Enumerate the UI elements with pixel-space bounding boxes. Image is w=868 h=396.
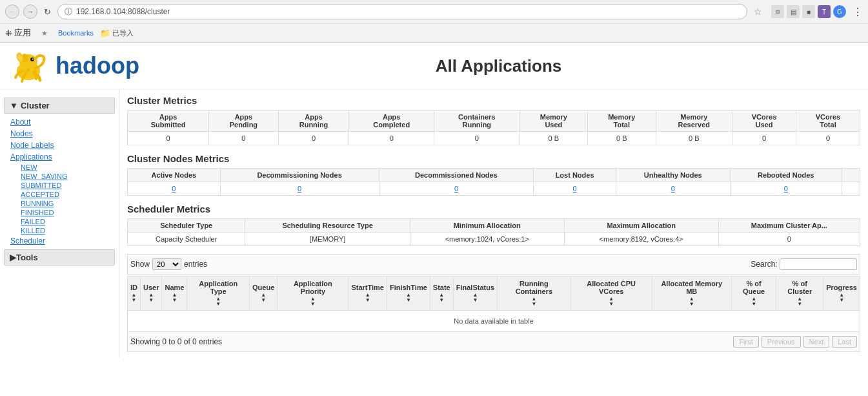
col-memory-used: MemoryUsed	[520, 110, 587, 132]
browser-menu-icon[interactable]: ⋮	[853, 6, 863, 18]
ext-icon-3[interactable]: ■	[802, 5, 815, 18]
col-extra	[842, 169, 860, 182]
col-scheduler-type: Scheduler Type	[128, 219, 245, 233]
col-pct-cluster[interactable]: % of Cluster ▲▼	[776, 276, 823, 311]
sidebar-sublink-failed[interactable]: FAILED	[5, 217, 119, 226]
cluster-label: Cluster	[21, 101, 50, 110]
applications-table: ID ▲▼ User ▲▼ Name ▲▼ Application Type ▲…	[127, 276, 860, 332]
col-application-priority[interactable]: Application Priority ▲▼	[278, 276, 348, 311]
ext-icon-1[interactable]: ⧈	[771, 5, 784, 18]
col-rebooted-nodes: Rebooted Nodes	[730, 169, 842, 182]
cluster-nodes-title: Cluster Nodes Metrics	[127, 153, 860, 164]
val-max-allocation: <memory:8192, vCores:4>	[564, 233, 718, 246]
back-button[interactable]: ←	[5, 5, 19, 19]
sidebar-sublink-killed[interactable]: KILLED	[5, 226, 119, 235]
val-containers-running: 0	[434, 132, 520, 145]
sidebar-sublink-running[interactable]: RUNNING	[5, 199, 119, 208]
bookmarks-label[interactable]: Bookmarks	[58, 29, 94, 37]
ext-icon-5[interactable]: G	[833, 5, 846, 18]
imported-folder[interactable]: 📁 已导入	[100, 28, 134, 38]
sidebar-sublink-new[interactable]: NEW	[5, 163, 119, 172]
col-id[interactable]: ID ▲▼	[128, 276, 141, 311]
bookmark-star-icon[interactable]: ☆	[754, 6, 762, 17]
last-button[interactable]: Last	[832, 336, 857, 348]
sort-allocated-cpu: ▲▼	[574, 297, 649, 307]
val-memory-reserved: 0 B	[656, 132, 732, 145]
entries-label: entries	[184, 260, 207, 269]
main-layout: ▼ Cluster About Nodes Node Labels Applic…	[0, 90, 868, 357]
show-label: Show	[130, 260, 150, 269]
apps-table-header-row: ID ▲▼ User ▲▼ Name ▲▼ Application Type ▲…	[128, 276, 860, 311]
col-memory-reserved: MemoryReserved	[656, 110, 732, 132]
col-queue[interactable]: Queue ▲▼	[250, 276, 278, 311]
no-data-message: No data available in table	[128, 311, 860, 332]
sidebar-sublink-new-saving[interactable]: NEW_SAVING	[5, 172, 119, 181]
next-button[interactable]: Next	[803, 336, 830, 348]
sidebar-item-nodes[interactable]: Nodes	[0, 128, 119, 140]
col-user[interactable]: User ▲▼	[141, 276, 162, 311]
ext-icon-4[interactable]: T	[818, 5, 831, 18]
search-input[interactable]	[780, 258, 857, 270]
col-scheduling-resource-type: Scheduling Resource Type	[245, 219, 410, 233]
cluster-collapse-icon: ▼	[10, 101, 18, 110]
val-apps-submitted: 0	[128, 132, 209, 145]
col-lost-nodes: Lost Nodes	[534, 169, 616, 182]
col-apps-pending: AppsPending	[209, 110, 279, 132]
no-data-row: No data available in table	[128, 311, 860, 332]
bookmark-star-2[interactable]: ★	[37, 26, 52, 40]
val-decommissioned-nodes: 0	[379, 182, 534, 196]
sort-allocated-memory: ▲▼	[655, 297, 729, 307]
table-controls: Show 20 10 50 100 entries Search:	[127, 254, 860, 275]
forward-button[interactable]: →	[23, 5, 37, 19]
col-unhealthy-nodes: Unhealthy Nodes	[616, 169, 730, 182]
previous-button[interactable]: Previous	[762, 336, 801, 348]
val-apps-completed: 0	[349, 132, 434, 145]
col-start-time[interactable]: StartTime ▲▼	[348, 276, 387, 311]
col-decommissioned-nodes: Decommissioned Nodes	[379, 169, 534, 182]
val-scheduling-resource-type: [MEMORY]	[245, 233, 410, 246]
col-allocated-cpu-vcores[interactable]: Allocated CPU VCores ▲▼	[570, 276, 652, 311]
sidebar-sublink-accepted[interactable]: ACCEPTED	[5, 190, 119, 199]
sidebar-cluster-header[interactable]: ▼ Cluster	[4, 98, 115, 114]
sidebar-item-applications[interactable]: Applications	[0, 151, 119, 163]
entries-select[interactable]: 20 10 50 100	[152, 258, 181, 270]
col-pct-queue[interactable]: % of Queue ▲▼	[731, 276, 776, 311]
sort-progress: ▲▼	[826, 293, 857, 303]
reload-button[interactable]: ↻	[41, 6, 54, 18]
sidebar-tools-header[interactable]: ▶ Tools	[4, 249, 115, 266]
col-memory-total: MemoryTotal	[588, 110, 656, 132]
val-max-cluster-app: 0	[718, 233, 860, 246]
ext-icon-2[interactable]: ▤	[787, 5, 800, 18]
hadoop-text-logo: hadoop	[56, 52, 139, 79]
sidebar-item-about[interactable]: About	[0, 116, 119, 128]
tools-expand-icon: ▶	[10, 253, 16, 262]
sidebar-sublink-submitted[interactable]: SUBMITTED	[5, 181, 119, 190]
val-apps-pending: 0	[209, 132, 279, 145]
col-final-status[interactable]: FinalStatus ▲▼	[453, 276, 497, 311]
col-finish-time[interactable]: FinishTime ▲▼	[387, 276, 430, 311]
search-label: Search:	[751, 260, 777, 269]
first-button[interactable]: First	[733, 336, 758, 348]
sort-name: ▲▼	[165, 293, 184, 303]
sort-final-status: ▲▼	[456, 293, 494, 303]
val-rebooted-nodes: 0	[730, 182, 842, 196]
col-allocated-memory-mb[interactable]: Allocated Memory MB ▲▼	[652, 276, 731, 311]
page-title: All Applications	[139, 56, 858, 76]
col-name[interactable]: Name ▲▼	[162, 276, 187, 311]
sidebar-item-scheduler[interactable]: Scheduler	[0, 235, 119, 247]
col-application-type[interactable]: Application Type ▲▼	[187, 276, 250, 311]
sidebar-item-node-labels[interactable]: Node Labels	[0, 140, 119, 151]
apps-shortcut[interactable]: ⁜ 应用	[5, 27, 31, 39]
sidebar-sublink-finished[interactable]: FINISHED	[5, 208, 119, 217]
top-section: hadoop All Applications	[0, 43, 868, 90]
col-progress[interactable]: Progress ▲▼	[823, 276, 860, 311]
search-area: Search:	[751, 258, 857, 270]
col-state[interactable]: State ▲▼	[430, 276, 453, 311]
address-bar[interactable]: ⓘ 192.168.0.104:8088/cluster	[57, 4, 747, 19]
col-running-containers[interactable]: Running Containers ▲▼	[498, 276, 571, 311]
sort-pct-cluster: ▲▼	[779, 297, 820, 307]
sort-start-time: ▲▼	[351, 293, 384, 303]
url-text: 192.168.0.104:8088/cluster	[76, 7, 170, 16]
val-memory-used: 0 B	[520, 132, 587, 145]
col-containers-running: ContainersRunning	[434, 110, 520, 132]
